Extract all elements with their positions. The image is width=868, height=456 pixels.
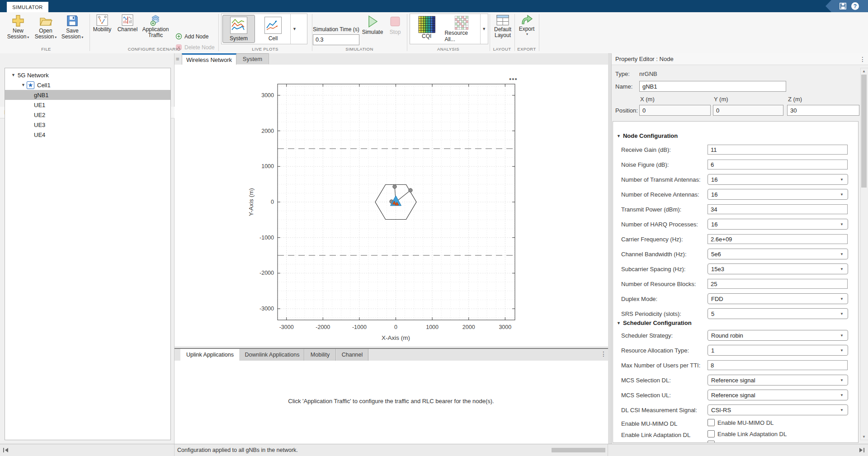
property-label: Carrier Frequency (Hz):: [621, 236, 683, 243]
simulate-button[interactable]: Simulate: [361, 14, 384, 35]
property-input[interactable]: 6: [708, 160, 848, 169]
name-input[interactable]: gNB1: [639, 81, 786, 92]
resource-allocation-button[interactable]: Resource All...: [444, 15, 479, 43]
svg-text:2000: 2000: [462, 324, 475, 330]
add-node-button[interactable]: Add Node: [175, 33, 208, 40]
property-dropdown[interactable]: 16▼: [708, 174, 848, 185]
property-dropdown[interactable]: 5▼: [708, 308, 848, 319]
property-dropdown[interactable]: CSI-RS▼: [708, 404, 848, 415]
tree-item-label: UE1: [34, 102, 45, 108]
horizontal-scrollbar-thumb[interactable]: [552, 448, 605, 452]
new-session-button[interactable]: New Session▾: [5, 14, 31, 40]
tab-simulator[interactable]: SIMULATOR: [7, 2, 48, 12]
property-dropdown[interactable]: 15e3▼: [708, 263, 848, 274]
quick-access-bar: ?: [826, 0, 868, 12]
checkbox[interactable]: [708, 419, 715, 426]
default-layout-button[interactable]: Default Layout: [491, 14, 514, 38]
svg-text:1000: 1000: [426, 324, 439, 330]
property-dropdown[interactable]: Reference signal▼: [708, 390, 848, 400]
simulation-time-input[interactable]: 0.3: [313, 34, 359, 45]
property-label: Noise Figure (dB):: [621, 161, 669, 168]
network-plot-canvas: -3000-2000-10000100020003000-3000-2000-1…: [175, 65, 608, 346]
tab-channel[interactable]: Channel: [336, 349, 368, 361]
application-traffic-button[interactable]: Application Traffic: [141, 14, 170, 38]
property-editor-menu-icon[interactable]: ⋮: [859, 57, 866, 61]
scrollbar-thumb[interactable]: [861, 75, 867, 188]
position-y-input[interactable]: 0: [713, 105, 783, 116]
property-input[interactable]: 2.6e+09: [708, 234, 848, 244]
checkbox[interactable]: [708, 441, 715, 443]
property-dropdown[interactable]: Round robin▼: [708, 330, 848, 341]
channel-button[interactable]: Channel: [115, 14, 140, 33]
status-collapse-left-icon[interactable]: [3, 447, 9, 453]
tab-mobility[interactable]: Mobility: [305, 349, 336, 361]
tree-item-ue3[interactable]: UE3: [5, 120, 170, 130]
status-bar: Configuration applied to all gNBs in the…: [0, 444, 868, 456]
tree-item-ue2[interactable]: UE2: [5, 110, 170, 120]
save-icon[interactable]: [839, 2, 847, 10]
property-dropdown[interactable]: 16▼: [708, 219, 848, 230]
node-configuration-header[interactable]: ▼ Node Configuration: [617, 132, 678, 139]
dropdown-arrow-icon: ▾: [55, 35, 57, 39]
tree-expand-icon[interactable]: ▼: [21, 83, 25, 87]
tab-uplink-applications[interactable]: Uplink Applications: [180, 349, 240, 361]
analysis-gallery-expand[interactable]: ▼: [480, 14, 488, 44]
property-editor-header: Property Editor : Node ⋮: [612, 53, 868, 65]
tree-expand-icon[interactable]: ▼: [11, 73, 15, 77]
property-dropdown[interactable]: Reference signal▼: [708, 375, 848, 385]
status-collapse-right-icon[interactable]: [859, 447, 865, 453]
export-button[interactable]: Export ▾: [515, 14, 538, 36]
tree-item-ue4[interactable]: UE4: [5, 130, 170, 140]
property-editor-scrollbar[interactable]: ▲ ▼: [860, 68, 868, 440]
svg-text:-1000: -1000: [259, 235, 274, 241]
svg-text:2000: 2000: [261, 128, 274, 134]
section-label-export: EXPORT: [514, 47, 539, 52]
live-plot-system-button[interactable]: System: [222, 15, 255, 43]
property-input[interactable]: 8: [708, 360, 848, 370]
applications-panel-menu-icon[interactable]: ⋮: [600, 352, 607, 356]
property-dropdown[interactable]: FDD▼: [708, 293, 848, 304]
svg-text:1000: 1000: [261, 163, 274, 169]
property-row: Subcarrier Spacing (Hz):15e3▼: [613, 263, 858, 276]
position-z-input[interactable]: 30: [787, 105, 859, 116]
simulate-icon: [365, 14, 380, 29]
tree-item-ue1[interactable]: UE1: [5, 100, 170, 110]
property-input[interactable]: 11: [708, 145, 848, 155]
mobility-button[interactable]: Mobility: [90, 14, 114, 33]
checkbox[interactable]: [708, 430, 715, 437]
property-input[interactable]: 25: [708, 279, 848, 289]
section-label-configure-scenario: CONFIGURE SCENARIO: [90, 47, 218, 52]
open-session-button[interactable]: Open Session▾: [33, 14, 58, 40]
help-icon[interactable]: ?: [851, 2, 859, 10]
save-session-button[interactable]: Save Session▾: [60, 14, 85, 40]
network-browser-panel: Network Browser ⋮ ▼5G Network▼Cell1gNB1U…: [0, 53, 175, 444]
tree-item-cell1[interactable]: ▼Cell1: [5, 80, 170, 90]
tree-item-5g-network[interactable]: ▼5G Network: [5, 70, 170, 80]
cqi-button[interactable]: CQI: [411, 15, 442, 43]
svg-text:-3000: -3000: [259, 306, 274, 312]
property-dropdown[interactable]: 1▼: [708, 345, 848, 356]
section-label-analysis: ANALYSIS: [407, 47, 490, 52]
property-dropdown[interactable]: 16▼: [708, 189, 848, 200]
scroll-down-icon[interactable]: ▼: [861, 434, 867, 440]
axes-toolbar-icon[interactable]: •••: [509, 75, 518, 83]
live-plots-gallery-expand[interactable]: ▼: [290, 14, 298, 44]
dropdown-caret-icon: ▼: [840, 378, 844, 382]
live-plot-cell-button[interactable]: Cell: [257, 15, 289, 43]
property-label: Enable Link Adaptation UL: [621, 442, 690, 443]
property-dropdown[interactable]: 5e6▼: [708, 249, 848, 259]
tree-item-gnb1[interactable]: gNB1: [5, 90, 170, 100]
svg-text:-1000: -1000: [352, 324, 367, 330]
property-label: Scheduler Strategy:: [621, 332, 673, 339]
tab-wireless-network[interactable]: Wireless Network: [182, 53, 236, 65]
type-label: Type:: [615, 71, 630, 77]
property-row: MCS Selection DL:Reference signal▼: [613, 375, 858, 387]
tree-item-label: UE3: [34, 122, 45, 128]
property-input[interactable]: 34: [708, 204, 848, 214]
doc-panel-menu-icon[interactable]: ≡: [176, 56, 179, 62]
tab-downlink-applications[interactable]: Downlink Applications: [241, 349, 304, 361]
position-x-input[interactable]: 0: [639, 105, 711, 116]
tab-system[interactable]: System: [236, 53, 269, 64]
scroll-up-icon[interactable]: ▲: [861, 68, 867, 74]
system-plot-icon: [231, 17, 246, 33]
